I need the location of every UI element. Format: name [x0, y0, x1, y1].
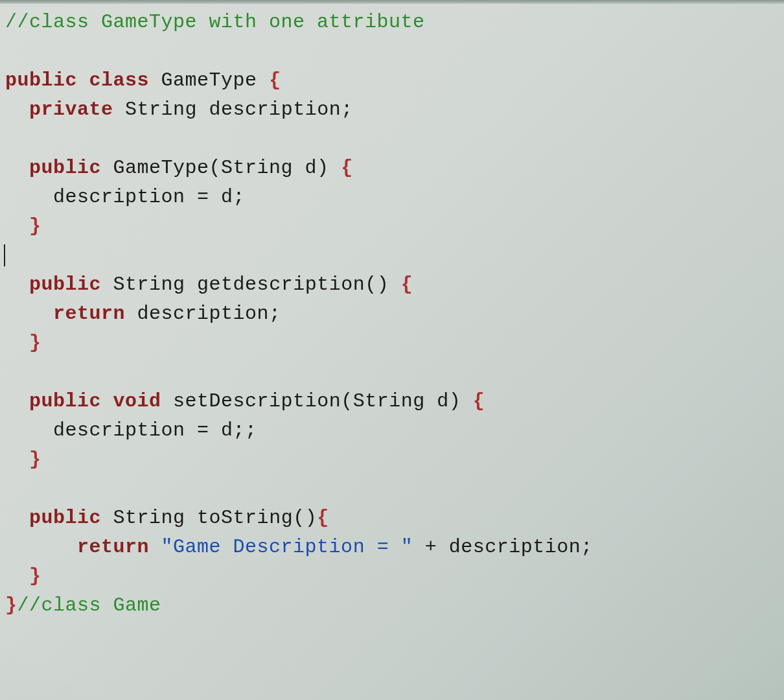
brace-open: {: [401, 274, 413, 296]
field-name: description: [209, 99, 341, 121]
type-string: String: [125, 99, 197, 121]
assign-statement: description = d;: [53, 186, 245, 208]
brace-close: }: [29, 215, 41, 237]
class-name: GameType: [161, 69, 257, 91]
return-type: String: [113, 274, 185, 296]
keyword-return: return: [77, 536, 149, 558]
brace-open: {: [269, 69, 281, 91]
keyword-public: public: [29, 274, 101, 296]
keyword-public: public: [29, 507, 101, 529]
comment-line: //class GameType with one attribute: [5, 11, 425, 33]
keyword-void: void: [113, 390, 161, 412]
keyword-public: public: [5, 69, 77, 91]
constructor-params: (String d): [209, 157, 329, 179]
method-name: getdescription: [197, 274, 365, 296]
brace-close: }: [29, 332, 41, 354]
return-type: String: [113, 507, 185, 529]
comment-line: //class Game: [17, 594, 161, 616]
keyword-return: return: [53, 303, 125, 325]
brace-close: }: [29, 565, 41, 587]
concat-expr: + description;: [413, 536, 593, 558]
assign-statement: description = d;;: [53, 419, 257, 441]
brace-open: {: [473, 390, 485, 412]
code-editor[interactable]: //class GameType with one attribute publ…: [0, 4, 784, 620]
keyword-public: public: [29, 390, 101, 412]
brace-open: {: [341, 157, 353, 179]
brace-open: {: [317, 507, 329, 529]
keyword-class: class: [89, 69, 150, 91]
text-cursor: [4, 244, 5, 266]
brace-close: }: [29, 449, 41, 471]
string-literal: "Game Description = ": [161, 536, 413, 558]
keyword-public: public: [29, 157, 101, 179]
brace-close-class: }: [5, 594, 17, 616]
keyword-private: private: [29, 99, 113, 121]
method-name: toString: [197, 507, 293, 529]
semicolon: ;: [341, 99, 353, 121]
parens: (): [365, 274, 389, 296]
parens: (): [293, 507, 317, 529]
return-expr: description;: [137, 303, 281, 325]
method-name: setDescription: [173, 390, 341, 412]
constructor-name: GameType: [113, 157, 209, 179]
method-params: (String d): [341, 390, 461, 412]
